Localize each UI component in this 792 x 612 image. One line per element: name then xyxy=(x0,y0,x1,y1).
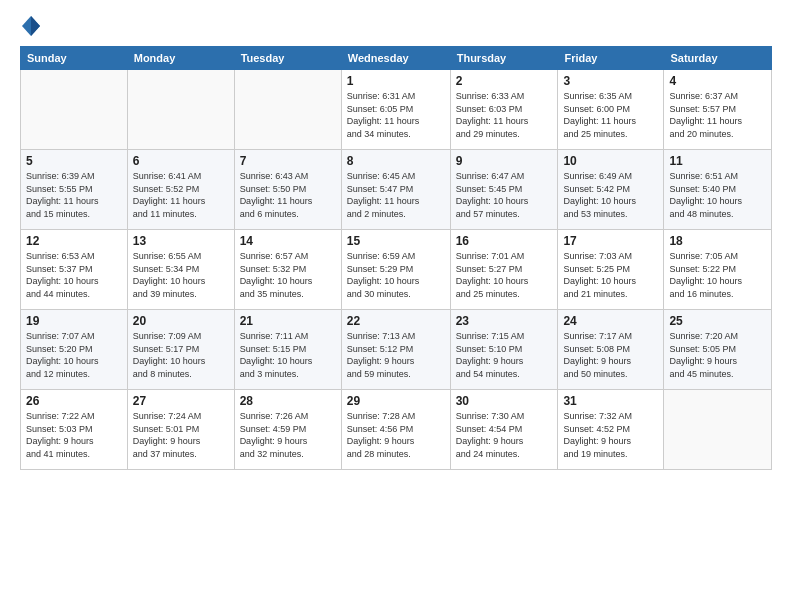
calendar-cell: 27Sunrise: 7:24 AM Sunset: 5:01 PM Dayli… xyxy=(127,390,234,470)
svg-marker-1 xyxy=(31,16,40,36)
calendar-cell: 11Sunrise: 6:51 AM Sunset: 5:40 PM Dayli… xyxy=(664,150,772,230)
day-info: Sunrise: 6:59 AM Sunset: 5:29 PM Dayligh… xyxy=(347,250,445,300)
day-info: Sunrise: 7:22 AM Sunset: 5:03 PM Dayligh… xyxy=(26,410,122,460)
day-number: 12 xyxy=(26,234,122,248)
day-info: Sunrise: 7:28 AM Sunset: 4:56 PM Dayligh… xyxy=(347,410,445,460)
day-number: 7 xyxy=(240,154,336,168)
calendar-cell: 26Sunrise: 7:22 AM Sunset: 5:03 PM Dayli… xyxy=(21,390,128,470)
day-number: 3 xyxy=(563,74,658,88)
day-number: 28 xyxy=(240,394,336,408)
calendar-cell: 2Sunrise: 6:33 AM Sunset: 6:03 PM Daylig… xyxy=(450,70,558,150)
day-info: Sunrise: 7:17 AM Sunset: 5:08 PM Dayligh… xyxy=(563,330,658,380)
page: SundayMondayTuesdayWednesdayThursdayFrid… xyxy=(0,0,792,612)
day-info: Sunrise: 7:15 AM Sunset: 5:10 PM Dayligh… xyxy=(456,330,553,380)
logo-icon xyxy=(22,16,40,36)
day-number: 26 xyxy=(26,394,122,408)
day-number: 30 xyxy=(456,394,553,408)
day-number: 8 xyxy=(347,154,445,168)
day-info: Sunrise: 6:49 AM Sunset: 5:42 PM Dayligh… xyxy=(563,170,658,220)
day-number: 10 xyxy=(563,154,658,168)
day-info: Sunrise: 7:24 AM Sunset: 5:01 PM Dayligh… xyxy=(133,410,229,460)
day-info: Sunrise: 7:32 AM Sunset: 4:52 PM Dayligh… xyxy=(563,410,658,460)
day-info: Sunrise: 6:47 AM Sunset: 5:45 PM Dayligh… xyxy=(456,170,553,220)
calendar-cell: 22Sunrise: 7:13 AM Sunset: 5:12 PM Dayli… xyxy=(341,310,450,390)
calendar-cell: 17Sunrise: 7:03 AM Sunset: 5:25 PM Dayli… xyxy=(558,230,664,310)
day-number: 16 xyxy=(456,234,553,248)
day-info: Sunrise: 6:45 AM Sunset: 5:47 PM Dayligh… xyxy=(347,170,445,220)
calendar-cell: 14Sunrise: 6:57 AM Sunset: 5:32 PM Dayli… xyxy=(234,230,341,310)
day-number: 31 xyxy=(563,394,658,408)
day-number: 27 xyxy=(133,394,229,408)
weekday-header-saturday: Saturday xyxy=(664,47,772,70)
day-number: 17 xyxy=(563,234,658,248)
weekday-header-tuesday: Tuesday xyxy=(234,47,341,70)
logo xyxy=(20,16,40,36)
day-info: Sunrise: 6:41 AM Sunset: 5:52 PM Dayligh… xyxy=(133,170,229,220)
calendar-cell: 25Sunrise: 7:20 AM Sunset: 5:05 PM Dayli… xyxy=(664,310,772,390)
calendar-header-row: SundayMondayTuesdayWednesdayThursdayFrid… xyxy=(21,47,772,70)
calendar-cell: 6Sunrise: 6:41 AM Sunset: 5:52 PM Daylig… xyxy=(127,150,234,230)
calendar-cell xyxy=(127,70,234,150)
day-info: Sunrise: 6:51 AM Sunset: 5:40 PM Dayligh… xyxy=(669,170,766,220)
day-info: Sunrise: 7:07 AM Sunset: 5:20 PM Dayligh… xyxy=(26,330,122,380)
day-info: Sunrise: 6:39 AM Sunset: 5:55 PM Dayligh… xyxy=(26,170,122,220)
calendar-cell: 31Sunrise: 7:32 AM Sunset: 4:52 PM Dayli… xyxy=(558,390,664,470)
day-info: Sunrise: 6:35 AM Sunset: 6:00 PM Dayligh… xyxy=(563,90,658,140)
calendar-cell: 5Sunrise: 6:39 AM Sunset: 5:55 PM Daylig… xyxy=(21,150,128,230)
day-info: Sunrise: 7:11 AM Sunset: 5:15 PM Dayligh… xyxy=(240,330,336,380)
day-number: 13 xyxy=(133,234,229,248)
day-info: Sunrise: 6:53 AM Sunset: 5:37 PM Dayligh… xyxy=(26,250,122,300)
calendar-cell: 3Sunrise: 6:35 AM Sunset: 6:00 PM Daylig… xyxy=(558,70,664,150)
calendar-cell: 24Sunrise: 7:17 AM Sunset: 5:08 PM Dayli… xyxy=(558,310,664,390)
weekday-header-wednesday: Wednesday xyxy=(341,47,450,70)
calendar-cell: 28Sunrise: 7:26 AM Sunset: 4:59 PM Dayli… xyxy=(234,390,341,470)
day-info: Sunrise: 6:31 AM Sunset: 6:05 PM Dayligh… xyxy=(347,90,445,140)
calendar-cell: 23Sunrise: 7:15 AM Sunset: 5:10 PM Dayli… xyxy=(450,310,558,390)
day-info: Sunrise: 7:13 AM Sunset: 5:12 PM Dayligh… xyxy=(347,330,445,380)
calendar-cell: 4Sunrise: 6:37 AM Sunset: 5:57 PM Daylig… xyxy=(664,70,772,150)
day-number: 20 xyxy=(133,314,229,328)
day-number: 18 xyxy=(669,234,766,248)
calendar-cell: 12Sunrise: 6:53 AM Sunset: 5:37 PM Dayli… xyxy=(21,230,128,310)
calendar-cell: 13Sunrise: 6:55 AM Sunset: 5:34 PM Dayli… xyxy=(127,230,234,310)
day-info: Sunrise: 7:01 AM Sunset: 5:27 PM Dayligh… xyxy=(456,250,553,300)
day-info: Sunrise: 7:20 AM Sunset: 5:05 PM Dayligh… xyxy=(669,330,766,380)
day-info: Sunrise: 7:26 AM Sunset: 4:59 PM Dayligh… xyxy=(240,410,336,460)
calendar-cell: 21Sunrise: 7:11 AM Sunset: 5:15 PM Dayli… xyxy=(234,310,341,390)
calendar-cell xyxy=(21,70,128,150)
calendar-week-row: 19Sunrise: 7:07 AM Sunset: 5:20 PM Dayli… xyxy=(21,310,772,390)
calendar-cell: 1Sunrise: 6:31 AM Sunset: 6:05 PM Daylig… xyxy=(341,70,450,150)
calendar-cell: 20Sunrise: 7:09 AM Sunset: 5:17 PM Dayli… xyxy=(127,310,234,390)
day-number: 1 xyxy=(347,74,445,88)
calendar-cell: 10Sunrise: 6:49 AM Sunset: 5:42 PM Dayli… xyxy=(558,150,664,230)
weekday-header-monday: Monday xyxy=(127,47,234,70)
calendar-cell: 29Sunrise: 7:28 AM Sunset: 4:56 PM Dayli… xyxy=(341,390,450,470)
day-number: 23 xyxy=(456,314,553,328)
calendar-week-row: 12Sunrise: 6:53 AM Sunset: 5:37 PM Dayli… xyxy=(21,230,772,310)
day-info: Sunrise: 6:55 AM Sunset: 5:34 PM Dayligh… xyxy=(133,250,229,300)
day-info: Sunrise: 6:33 AM Sunset: 6:03 PM Dayligh… xyxy=(456,90,553,140)
weekday-header-sunday: Sunday xyxy=(21,47,128,70)
day-number: 25 xyxy=(669,314,766,328)
day-info: Sunrise: 7:03 AM Sunset: 5:25 PM Dayligh… xyxy=(563,250,658,300)
calendar-cell: 18Sunrise: 7:05 AM Sunset: 5:22 PM Dayli… xyxy=(664,230,772,310)
day-number: 24 xyxy=(563,314,658,328)
calendar-cell: 16Sunrise: 7:01 AM Sunset: 5:27 PM Dayli… xyxy=(450,230,558,310)
day-number: 19 xyxy=(26,314,122,328)
day-info: Sunrise: 6:57 AM Sunset: 5:32 PM Dayligh… xyxy=(240,250,336,300)
day-number: 4 xyxy=(669,74,766,88)
day-number: 15 xyxy=(347,234,445,248)
day-info: Sunrise: 7:05 AM Sunset: 5:22 PM Dayligh… xyxy=(669,250,766,300)
day-number: 2 xyxy=(456,74,553,88)
calendar-cell: 19Sunrise: 7:07 AM Sunset: 5:20 PM Dayli… xyxy=(21,310,128,390)
calendar-cell: 30Sunrise: 7:30 AM Sunset: 4:54 PM Dayli… xyxy=(450,390,558,470)
calendar-cell: 8Sunrise: 6:45 AM Sunset: 5:47 PM Daylig… xyxy=(341,150,450,230)
day-info: Sunrise: 7:09 AM Sunset: 5:17 PM Dayligh… xyxy=(133,330,229,380)
calendar-cell: 9Sunrise: 6:47 AM Sunset: 5:45 PM Daylig… xyxy=(450,150,558,230)
day-info: Sunrise: 7:30 AM Sunset: 4:54 PM Dayligh… xyxy=(456,410,553,460)
day-info: Sunrise: 6:43 AM Sunset: 5:50 PM Dayligh… xyxy=(240,170,336,220)
day-number: 6 xyxy=(133,154,229,168)
day-number: 22 xyxy=(347,314,445,328)
calendar-week-row: 5Sunrise: 6:39 AM Sunset: 5:55 PM Daylig… xyxy=(21,150,772,230)
weekday-header-friday: Friday xyxy=(558,47,664,70)
